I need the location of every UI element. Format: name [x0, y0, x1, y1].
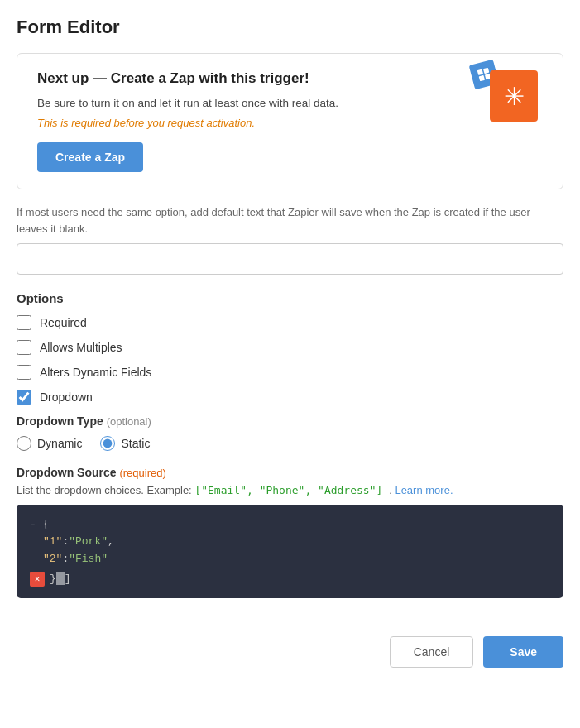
- dropdown-checkbox-label[interactable]: Dropdown: [40, 390, 93, 404]
- dropdown-source-required: (required): [119, 467, 165, 479]
- default-value-input[interactable]: [17, 243, 563, 275]
- source-desc-text: List the dropdown choices. Example:: [17, 484, 192, 496]
- promo-title: Next up — Create a Zap with this trigger…: [37, 70, 416, 87]
- static-radio[interactable]: [100, 436, 115, 451]
- svg-rect-2: [479, 75, 485, 81]
- code-closing-bracket: }: [50, 572, 56, 585]
- code-editor[interactable]: - { "1" : "Pork" , "2" : "Fish" ✕ } ]: [17, 505, 563, 597]
- code-line-2: "1" : "Pork" ,: [30, 534, 550, 551]
- static-radio-option[interactable]: Static: [100, 436, 150, 451]
- default-text-description: If most users need the same option, add …: [17, 204, 563, 237]
- source-description: List the dropdown choices. Example: ["Em…: [17, 484, 563, 496]
- dropdown-type-label: Dropdown Type: [17, 414, 103, 428]
- required-checkbox-label[interactable]: Required: [40, 316, 87, 329]
- dropdown-checkbox-row: Dropdown: [17, 390, 563, 405]
- alters-dynamic-checkbox[interactable]: [17, 365, 31, 380]
- required-checkbox-row: Required: [17, 315, 563, 330]
- dropdown-source-title: Dropdown Source (required): [17, 466, 563, 479]
- allows-multiples-checkbox-row: Allows Multiples: [17, 340, 563, 355]
- svg-rect-0: [477, 69, 483, 75]
- star-icon: ✳: [504, 82, 525, 111]
- promo-content: Next up — Create a Zap with this trigger…: [37, 70, 416, 172]
- learn-more-link[interactable]: Learn more.: [395, 484, 453, 496]
- required-checkbox[interactable]: [17, 315, 31, 330]
- options-label: Options: [17, 291, 563, 305]
- dropdown-type-section: Dropdown Type (optional) Dynamic Static: [17, 414, 563, 451]
- footer-actions: Cancel Save: [17, 623, 563, 668]
- dropdown-type-radio-group: Dynamic Static: [17, 436, 563, 451]
- promo-description: Be sure to turn it on and let it run at …: [37, 95, 416, 112]
- error-icon: ✕: [30, 572, 45, 587]
- page-title: Form Editor: [17, 17, 563, 38]
- promo-icon-area: ✳: [472, 62, 554, 161]
- alters-dynamic-checkbox-row: Alters Dynamic Fields: [17, 365, 563, 380]
- static-radio-label: Static: [121, 437, 150, 450]
- code-error-line: ✕ } ]: [30, 572, 550, 587]
- orange-card-icon: ✳: [490, 70, 538, 122]
- code-close-array: ]: [65, 572, 71, 585]
- allows-multiples-label[interactable]: Allows Multiples: [40, 341, 122, 354]
- code-line-3: "2" : "Fish": [30, 551, 550, 568]
- dropdown-type-optional: (optional): [107, 415, 151, 428]
- cancel-button[interactable]: Cancel: [390, 636, 474, 668]
- dynamic-radio-label: Dynamic: [37, 437, 82, 450]
- code-line-1: - {: [30, 516, 550, 534]
- dynamic-radio[interactable]: [17, 436, 31, 451]
- dropdown-source-label: Dropdown Source: [17, 466, 117, 479]
- promo-note: This is required before you request acti…: [37, 117, 416, 129]
- dropdown-type-title: Dropdown Type (optional): [17, 414, 563, 428]
- allows-multiples-checkbox[interactable]: [17, 340, 31, 355]
- dropdown-checkbox[interactable]: [17, 390, 31, 405]
- source-example: ["Email", "Phone", "Address"]: [194, 484, 389, 496]
- save-button[interactable]: Save: [483, 636, 563, 668]
- code-cursor: [56, 572, 65, 585]
- dropdown-source-section: Dropdown Source (required) List the drop…: [17, 466, 563, 597]
- alters-dynamic-label[interactable]: Alters Dynamic Fields: [40, 366, 151, 379]
- zapier-icon: ✳: [472, 62, 538, 136]
- dynamic-radio-option[interactable]: Dynamic: [17, 436, 82, 451]
- promo-banner: Next up — Create a Zap with this trigger…: [17, 53, 563, 189]
- svg-rect-1: [483, 68, 489, 74]
- create-zap-button[interactable]: Create a Zap: [37, 142, 143, 172]
